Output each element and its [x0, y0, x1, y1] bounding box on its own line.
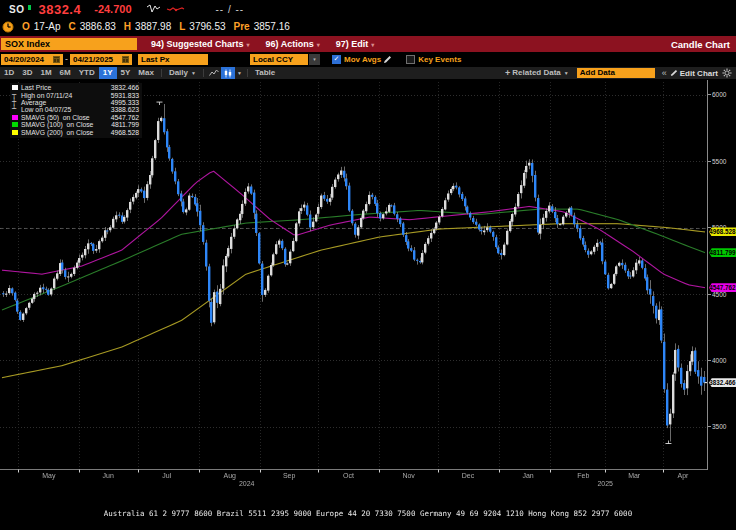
range-button-1m[interactable]: 1M [36, 67, 55, 79]
range-button-6m[interactable]: 6M [56, 67, 75, 79]
collapse-chevron-icon[interactable]: « [662, 68, 667, 78]
chart-area: Last Price3832.466┬High on 07/11/245931.… [0, 80, 736, 490]
mov-avgs-label: Mov Avgs [344, 55, 381, 64]
range-button-5y[interactable]: 5Y [117, 67, 135, 79]
table-button[interactable]: Table [251, 67, 279, 79]
last-price: 3832.4 [38, 2, 81, 17]
range-buttons: 1D3D1M6MYTD1Y5YMax [0, 67, 158, 79]
legend-row[interactable]: SMAVG (100) on Close4811.799 [12, 121, 139, 128]
x-axis-month-label: Jan [522, 472, 533, 479]
legend-swatch [12, 85, 18, 90]
date-from-input[interactable]: 04/20/2024 [1, 54, 63, 65]
legend-label: SMAVG (50) on Close [21, 114, 111, 121]
chevron-down-icon: ▾ [317, 41, 320, 48]
currency-dropdown-button[interactable]: ▾ [309, 54, 320, 65]
related-data-button[interactable]: + Related Data ▼ [501, 67, 573, 79]
chevron-down-icon: ▼ [564, 67, 569, 79]
range-button-3d[interactable]: 3D [18, 67, 36, 79]
add-data-input[interactable]: Add Data [577, 68, 655, 78]
prev-value: 3857.16 [254, 21, 290, 32]
chevron-down-icon: ▼ [191, 67, 196, 79]
toolbar-separator [203, 69, 204, 77]
chart-type-title: Candle Chart [671, 39, 730, 50]
chart-controls-row: 04/20/2024 - 04/21/2025 Last Px Local CC… [0, 52, 736, 66]
legend-value: 4968.528 [111, 129, 139, 136]
price-badge: 4811.799 [709, 248, 736, 257]
footer-phone-line: Australia 61 2 9777 8600 Brazil 5511 239… [0, 509, 736, 519]
bid-ask-placeholder: -- / -- [216, 4, 245, 15]
session-date: 17-Ap [34, 21, 61, 32]
price-badge: 3832.466 [709, 378, 736, 387]
x-axis-month-label: Nov [402, 472, 414, 479]
currency-select[interactable]: Local CCY [250, 54, 308, 65]
tick-indicator-icon [28, 5, 31, 10]
high-value: 3887.98 [135, 21, 171, 32]
x-axis-month-label: Jun [103, 472, 114, 479]
range-button-1d[interactable]: 1D [0, 67, 18, 79]
candle-chart-button[interactable] [221, 67, 235, 79]
pencil-icon[interactable] [383, 55, 392, 64]
legend-value: 3832.466 [111, 84, 139, 91]
legend-value: 4995.333 [111, 99, 139, 106]
price-badge: 4547.762 [709, 283, 736, 292]
legend-value: 3388.623 [111, 106, 139, 113]
edit-chart-button[interactable]: Edit Chart [670, 69, 718, 78]
y-axis-tick: 3500 [708, 423, 726, 430]
x-axis-year-label: 2024 [239, 480, 255, 487]
ticker-label: SO [9, 4, 24, 15]
price-badge: 4968.528 [709, 227, 736, 236]
legend-value: 5931.833 [111, 92, 139, 99]
mov-avgs-checkbox[interactable]: ✓ [332, 55, 341, 64]
x-axis-year-label: 2025 [597, 480, 613, 487]
candle-chart-canvas[interactable] [0, 80, 707, 474]
date-range-dash: - [65, 54, 68, 64]
legend-row[interactable]: SMAVG (200) on Close4968.528 [12, 128, 139, 135]
intraday-sparkline-icon [146, 4, 186, 14]
toolbar-right: + Related Data ▼ Add Data « Edit Chart [501, 67, 736, 79]
gear-icon[interactable] [722, 68, 732, 78]
price-field-select[interactable]: Last Px [138, 54, 208, 65]
legend-row[interactable]: ┴Low on 04/07/253388.623 [12, 106, 139, 113]
legend-row[interactable]: ┬High on 07/11/245931.833 [12, 91, 139, 98]
range-button-1y[interactable]: 1Y [99, 67, 117, 79]
menu-suggested-charts[interactable]: 94) Suggested Charts▾ [151, 39, 250, 49]
x-axis-month-label: May [42, 472, 55, 479]
calendar-icon [53, 56, 60, 63]
chart-type-dropdown[interactable]: ▼ [235, 67, 244, 79]
legend-label: Low on 04/07/25 [21, 106, 111, 113]
plus-icon: + [505, 67, 510, 79]
menu-actions[interactable]: 96) Actions▾ [266, 39, 320, 49]
quote-summary-row: SO 3832.4 -24.700 -- / -- [0, 0, 736, 18]
price-change: -24.700 [94, 3, 131, 15]
key-events-checkbox[interactable] [406, 55, 415, 64]
line-chart-button[interactable] [207, 67, 221, 79]
x-axis-month-label: Feb [577, 472, 589, 479]
legend-swatch [12, 115, 18, 120]
legend-label: Last Price [21, 84, 111, 91]
y-axis-tick: 6000 [708, 91, 726, 98]
terminal-footer: Australia 61 2 9777 8600 Brazil 5511 239… [0, 489, 736, 530]
x-axis-month-label: Jul [162, 472, 171, 479]
low-value: 3796.53 [189, 21, 225, 32]
y-axis-tick: 4000 [708, 357, 726, 364]
calendar-icon [122, 56, 129, 63]
range-button-ytd[interactable]: YTD [75, 67, 99, 79]
legend-marker-icon: ┴ [12, 106, 21, 113]
legend-value: 4547.762 [111, 114, 139, 121]
period-select[interactable]: Daily▼ [165, 67, 200, 79]
legend-label: High on 07/11/24 [21, 92, 111, 99]
pencil-icon [670, 69, 678, 77]
menu-edit[interactable]: 97) Edit▾ [336, 39, 375, 49]
delayed-clock-icon [2, 21, 14, 33]
x-axis-month-label: Dec [462, 472, 474, 479]
legend-label: SMAVG (200) on Close [21, 129, 111, 136]
x-axis-month-label: Oct [343, 472, 354, 479]
legend-row[interactable]: Last Price3832.466 [12, 84, 139, 91]
legend-row[interactable]: ┼Average4995.333 [12, 99, 139, 106]
security-input[interactable]: SOX Index [1, 38, 137, 50]
date-to-input[interactable]: 04/21/2025 [70, 54, 132, 65]
range-button-max[interactable]: Max [134, 67, 158, 79]
key-events-label: Key Events [418, 55, 461, 64]
legend-row[interactable]: SMAVG (50) on Close4547.762 [12, 114, 139, 121]
menu-items: 94) Suggested Charts▾ 96) Actions▾ 97) E… [151, 39, 390, 49]
